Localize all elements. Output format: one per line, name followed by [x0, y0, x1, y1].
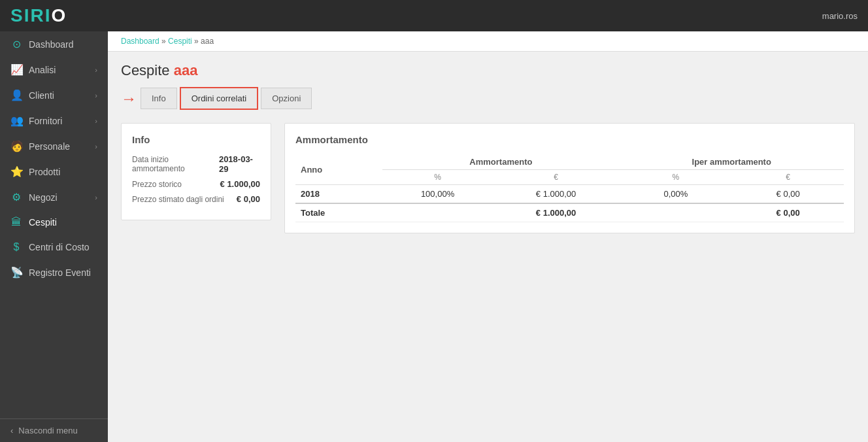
main-content: Dashboard » Cespiti » aaa Cespite aaa → …: [108, 31, 868, 442]
breadcrumb-cespiti[interactable]: Cespiti: [168, 37, 192, 46]
sidebar-item-analisi[interactable]: 📈 Analisi ›: [0, 57, 108, 82]
sidebar-item-registro-eventi[interactable]: 📡 Registro Eventi: [0, 260, 108, 285]
content-area: Info Data inizio ammortamento 2018-03-29…: [108, 110, 868, 246]
analisi-icon: 📈: [10, 63, 22, 76]
negozi-icon: ⚙: [10, 191, 22, 203]
sidebar-item-label: Negozi: [29, 192, 58, 203]
ammortamento-card: Ammortamento Anno Ammortamento Iper ammo…: [284, 123, 855, 233]
sidebar-item-cespiti[interactable]: 🏛 Cespiti: [0, 210, 108, 235]
logo: SIRIO: [10, 5, 67, 26]
prezzo-storico-value: € 1.000,00: [220, 179, 260, 189]
tab-info[interactable]: Info: [141, 88, 177, 109]
ammortamento-title: Ammortamento: [295, 134, 844, 145]
ammortamento-table: Anno Ammortamento Iper ammortamento % € …: [295, 154, 844, 222]
total-iper-eur: € 0,00: [732, 203, 844, 222]
sidebar-item-label: Dashboard: [29, 39, 74, 50]
sidebar-item-label: Cespiti: [29, 217, 57, 228]
info-card: Info Data inizio ammortamento 2018-03-29…: [121, 123, 271, 220]
amm-eur-header: €: [493, 170, 620, 185]
sidebar-item-negozi[interactable]: ⚙ Negozi ›: [0, 184, 108, 210]
total-row: Totale € 1.000,00 € 0,00: [295, 203, 844, 222]
iper-pct-header: %: [619, 170, 732, 185]
info-row-prezzo-stimato: Prezzo stimato dagli ordini € 0,00: [132, 194, 260, 204]
chevron-right-icon: ›: [95, 66, 97, 74]
tab-ordini-correlati[interactable]: Ordini correlati: [180, 87, 259, 110]
total-amm-eur: € 1.000,00: [493, 203, 620, 222]
total-label: Totale: [295, 203, 382, 222]
row-iper-eur: € 0,00: [732, 185, 844, 204]
sidebar-item-label: Fornitori: [29, 116, 62, 126]
sidebar-item-fornitori[interactable]: 👥 Fornitori ›: [0, 108, 108, 133]
chevron-left-icon: ‹: [10, 426, 13, 435]
title-highlight: aaa: [174, 62, 198, 78]
info-row-prezzo-storico: Prezzo storico € 1.000,00: [132, 179, 260, 189]
prodotti-icon: ⭐: [10, 165, 22, 178]
title-prefix: Cespite: [121, 62, 170, 78]
personale-icon: 🧑: [10, 140, 22, 152]
sidebar-item-label: Clienti: [29, 90, 54, 101]
sidebar-item-label: Prodotti: [29, 167, 60, 177]
chevron-right-icon: ›: [95, 92, 97, 99]
chevron-right-icon: ›: [95, 143, 97, 150]
tab-opzioni[interactable]: Opzioni: [261, 88, 312, 109]
sidebar: ⊙ Dashboard 📈 Analisi › 👤 Clienti › 👥 Fo…: [0, 31, 108, 442]
anno-header: Anno: [295, 154, 382, 185]
iper-group-header: Iper ammortamento: [619, 154, 844, 170]
prezzo-stimato-value: € 0,00: [237, 194, 260, 204]
info-row-data-inizio: Data inizio ammortamento 2018-03-29: [132, 154, 260, 174]
fornitori-icon: 👥: [10, 114, 22, 127]
chevron-right-icon: ›: [95, 194, 97, 201]
tabs-container: → Info Ordini correlati Opzioni: [108, 87, 868, 110]
breadcrumb-dashboard[interactable]: Dashboard: [121, 37, 159, 46]
sidebar-item-dashboard[interactable]: ⊙ Dashboard: [0, 31, 108, 57]
sidebar-item-centri-di-costo[interactable]: $ Centri di Costo: [0, 235, 108, 260]
chevron-right-icon: ›: [95, 117, 97, 125]
topbar: SIRIO mario.ros: [0, 0, 868, 31]
breadcrumb: Dashboard » Cespiti » aaa: [108, 31, 868, 52]
data-inizio-value: 2018-03-29: [219, 154, 260, 174]
sidebar-item-label: Centri di Costo: [29, 242, 90, 252]
sidebar-item-prodotti[interactable]: ⭐ Prodotti: [0, 159, 108, 184]
row-amm-eur: € 1.000,00: [493, 185, 620, 204]
row-amm-pct: 100,00%: [382, 185, 492, 204]
breadcrumb-current: aaa: [201, 37, 214, 46]
sidebar-item-label: Registro Eventi: [29, 267, 91, 278]
total-amm-pct: [382, 203, 492, 222]
registro-icon: 📡: [10, 266, 22, 279]
clienti-icon: 👤: [10, 89, 22, 101]
hide-menu-label: Nascondi menu: [18, 426, 77, 435]
data-inizio-label: Data inizio ammortamento: [132, 155, 219, 173]
total-iper-pct: [619, 203, 732, 222]
row-iper-pct: 0,00%: [619, 185, 732, 204]
tab-arrow: →: [121, 90, 137, 108]
prezzo-storico-label: Prezzo storico: [132, 180, 182, 189]
hide-menu-button[interactable]: ‹ Nascondi menu: [0, 418, 108, 442]
sidebar-item-clienti[interactable]: 👤 Clienti ›: [0, 82, 108, 108]
page-title: Cespite aaa: [121, 62, 855, 79]
sidebar-item-personale[interactable]: 🧑 Personale ›: [0, 133, 108, 159]
info-card-title: Info: [132, 134, 260, 145]
amm-pct-header: %: [382, 170, 492, 185]
page-header: Cespite aaa: [108, 52, 868, 87]
user-info: mario.ros: [822, 11, 858, 21]
dashboard-icon: ⊙: [10, 38, 22, 50]
ammortamento-group-header: Ammortamento: [382, 154, 619, 170]
sidebar-item-label: Personale: [29, 141, 70, 152]
cespiti-icon: 🏛: [10, 216, 22, 228]
prezzo-stimato-label: Prezzo stimato dagli ordini: [132, 195, 224, 204]
iper-eur-header: €: [732, 170, 844, 185]
sidebar-item-label: Analisi: [29, 65, 56, 75]
row-anno: 2018: [295, 185, 382, 204]
table-row: 2018 100,00% € 1.000,00 0,00% € 0,00: [295, 185, 844, 204]
centri-icon: $: [10, 241, 22, 253]
